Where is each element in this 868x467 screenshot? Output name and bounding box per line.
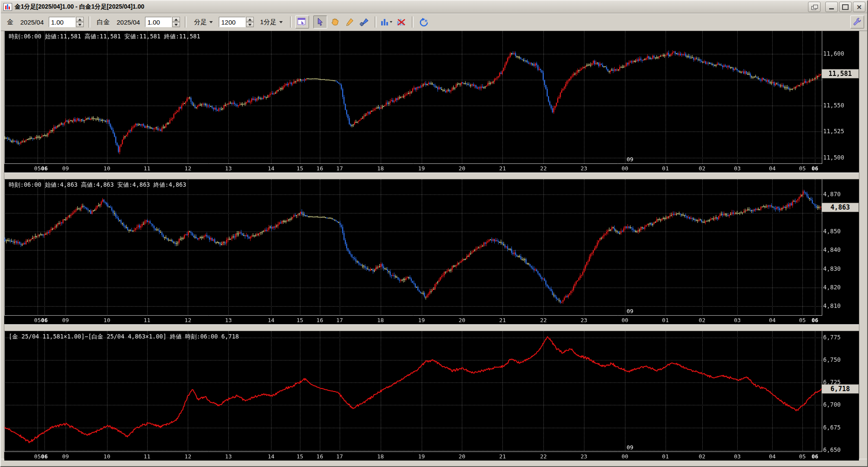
gold-candlestick-canvas[interactable] [4,31,822,172]
price-tick-label: 11,525 [823,128,844,135]
app-window: 金1分足[2025/04]1.00 - 白金1分足[2025/04]1.00 ✕… [0,0,868,467]
gold-ohlc-readout: 時刻:06:00 始値:11,581 高値:11,581 安値:11,581 終… [9,33,200,41]
chart-type-icon [380,18,393,26]
toolbar-separator [185,16,186,28]
price-tick-label: 6,700 [823,401,841,408]
toolbar-separator [375,16,376,28]
bar-count-up-button[interactable] [246,17,254,22]
minimize-icon [829,8,834,9]
gold-multiplier-down-button[interactable] [76,22,84,27]
period-type-dropdown[interactable]: 分足 [191,16,216,28]
platinum-candlestick-canvas[interactable] [4,179,822,324]
chart-type-button[interactable] [380,16,394,28]
title-bar[interactable]: 金1分足[2025/04]1.00 - 白金1分足[2025/04]1.00 ✕ [1,1,867,13]
toolbar: 金 2025/04 白金 2025/04 分足 [1,13,867,31]
platinum-ohlc-readout: 時刻:06:00 始値:4,863 高値:4,863 安値:4,863 終値:4… [9,181,186,189]
chevron-down-icon [209,21,213,23]
price-tick-label: 4,820 [823,284,841,291]
platinum-current-price-box: 4,863 [821,203,859,212]
settings-button[interactable] [850,16,864,28]
refresh-icon: R [419,18,429,27]
toolbar-separator [88,16,90,28]
app-icon [3,3,12,11]
gold-symbol-label: 金 [7,18,13,26]
toolbar-separator [412,16,413,28]
delete-drawing-button[interactable] [395,16,408,28]
spread-current-price-box: 6,718 [821,384,859,394]
close-button[interactable]: ✕ [853,2,865,12]
price-tick-label: 11,550 [823,102,844,109]
bar-count-input[interactable] [219,17,246,27]
window-title: 金1分足[2025/04]1.00 - 白金1分足[2025/04]1.00 [15,3,808,11]
right-border [859,31,867,459]
chart-panel-gold: 時刻:06:00 始値:11,581 高値:11,581 安値:11,581 終… [4,31,859,172]
chevron-down-icon [279,21,283,23]
gold-month-label: 2025/04 [20,19,44,26]
interval-dropdown[interactable]: 1分足 [257,16,285,28]
bar-count-spinner [219,17,254,27]
chart-panel-spread: [金 25/04 11,581×1.00]−[白金 25/04 4,863×1.… [4,331,859,461]
minimize-button[interactable] [825,2,838,12]
gold-current-price-box: 11,581 [821,69,859,78]
pencil-button[interactable] [343,16,357,28]
gold-multiplier-input[interactable] [49,17,76,27]
pan-hand-icon [330,18,340,26]
spread-line-canvas[interactable] [4,331,822,461]
cascade-icon [811,5,817,9]
cascade-windows-button[interactable] [808,2,821,12]
chart-panel-platinum: 時刻:06:00 始値:4,863 高値:4,863 安値:4,863 終値:4… [4,179,859,324]
trendline-icon [359,18,369,26]
bar-count-down-button[interactable] [246,22,254,27]
price-tick-label: 4,810 [823,302,841,309]
toolbar-separator [290,16,292,28]
price-tick-label: 4,870 [823,191,841,197]
close-icon: ✕ [856,4,862,10]
platinum-multiplier-down-button[interactable] [172,22,180,27]
platinum-multiplier-spinner [145,17,180,27]
left-border [1,31,4,459]
chart-region: 時刻:06:00 始値:11,581 高値:11,581 安値:11,581 終… [1,31,867,466]
platinum-price-axis: 4,8704,8504,8404,8304,8204,810 [821,179,859,316]
panel-separator[interactable] [4,324,859,331]
price-tick-label: 4,850 [823,228,841,235]
price-tick-label: 6,675 [823,424,841,431]
panel-separator[interactable] [4,172,859,179]
select-cursor-icon [316,18,325,26]
gold-multiplier-up-button[interactable] [76,17,84,22]
maximize-button[interactable] [839,2,852,12]
pencil-icon [345,18,354,26]
select-cursor-button[interactable] [313,16,327,28]
price-tick-label: 4,840 [823,246,841,253]
gold-multiplier-spinner [49,17,84,27]
spread-formula-readout: [金 25/04 11,581×1.00]−[白金 25/04 4,863×1.… [9,333,239,341]
gold-price-axis: 11,60011,55011,52511,500 [821,31,859,164]
price-tick-label: 6,750 [823,356,841,363]
price-tick-label: 6,650 [823,446,841,453]
price-tick-label: 11,600 [823,50,844,57]
platinum-month-label: 2025/04 [117,19,140,26]
pan-hand-button[interactable] [328,16,342,28]
price-tick-label: 4,830 [823,265,841,272]
platinum-multiplier-up-button[interactable] [172,17,180,22]
platinum-symbol-label: 白金 [97,18,110,26]
data-window-icon [297,18,307,26]
period-type-label: 分足 [194,18,207,26]
price-tick-label: 6,775 [823,334,841,341]
delete-drawing-icon [396,18,407,26]
settings-wrench-icon [852,17,862,27]
platinum-multiplier-input[interactable] [145,17,172,27]
refresh-button[interactable]: R [417,16,431,28]
interval-label: 1分足 [260,18,276,26]
price-tick-label: 11,500 [823,154,844,161]
svg-text:R: R [425,19,427,23]
data-window-button[interactable] [295,16,309,28]
maximize-icon [842,4,849,10]
trendline-button[interactable] [357,16,371,28]
